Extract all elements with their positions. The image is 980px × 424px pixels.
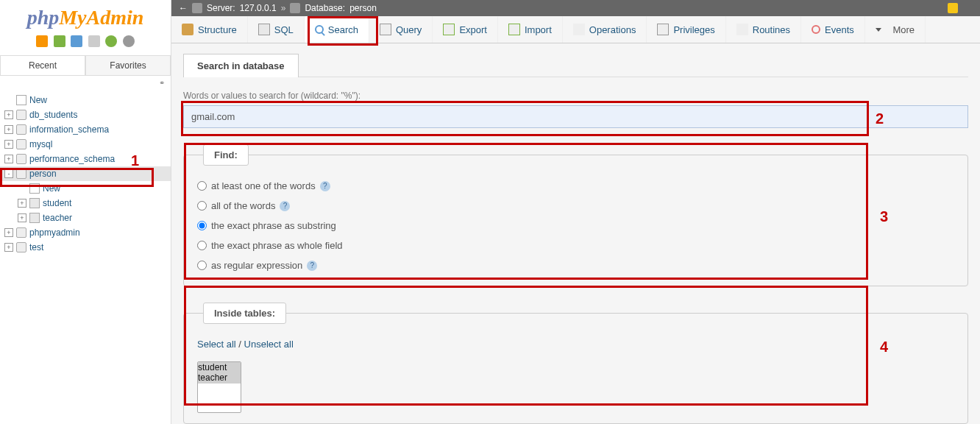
back-icon[interactable]: ← xyxy=(179,3,188,13)
logo-admin: Admin xyxy=(87,6,144,29)
reload-icon[interactable] xyxy=(105,35,117,47)
option-student[interactable]: student xyxy=(198,362,241,372)
tab-export[interactable]: Export xyxy=(433,16,498,43)
tab-recent[interactable]: Recent xyxy=(0,55,85,75)
radio-exact-substring[interactable] xyxy=(197,221,207,230)
search-input[interactable] xyxy=(183,105,968,128)
tab-sql[interactable]: SQL xyxy=(248,16,305,43)
select-all-link[interactable]: Select all xyxy=(197,339,236,350)
query-icon xyxy=(380,24,391,35)
expand-icon[interactable]: + xyxy=(4,228,13,237)
expand-icon[interactable]: + xyxy=(18,213,26,222)
database-icon xyxy=(16,124,26,135)
option-teacher[interactable]: teacher xyxy=(198,372,241,383)
help-icon[interactable]: ? xyxy=(320,181,330,191)
tab-more[interactable]: More xyxy=(865,16,926,43)
tree-test[interactable]: +test xyxy=(0,240,171,255)
bc-server-link[interactable]: 127.0.0.1 xyxy=(240,3,277,13)
expand-icon[interactable]: + xyxy=(4,140,13,149)
tree-phpmyadmin[interactable]: +phpmyadmin xyxy=(0,225,171,240)
tree-new[interactable]: New xyxy=(0,93,171,107)
table-icon xyxy=(29,213,40,223)
database-icon xyxy=(16,154,26,164)
top-tabs: Structure SQL Search Query Export Import… xyxy=(171,16,980,43)
tree-person-new[interactable]: New xyxy=(0,181,171,196)
routines-icon xyxy=(736,24,748,35)
chevron-down-icon xyxy=(876,28,881,32)
tree-teacher[interactable]: +teacher xyxy=(0,211,171,225)
expand-icon[interactable]: + xyxy=(4,125,13,134)
panel-title: Search in database xyxy=(183,54,299,77)
tree-person[interactable]: -person xyxy=(0,166,171,181)
help-icon[interactable]: ? xyxy=(307,261,317,271)
tab-privileges[interactable]: Privileges xyxy=(647,16,725,43)
logo[interactable]: phpMyAdmin xyxy=(0,0,171,32)
table-icon xyxy=(29,198,40,208)
link-icon[interactable]: ⚭ xyxy=(0,76,171,90)
new-icon xyxy=(29,183,40,194)
search-icon xyxy=(315,25,324,34)
expand-icon[interactable]: + xyxy=(4,243,13,252)
collapse-icon[interactable]: - xyxy=(4,169,13,178)
inside-legend: Inside tables: xyxy=(203,303,286,324)
server-icon xyxy=(192,3,202,13)
content: Search in database Words or values to se… xyxy=(171,43,980,424)
expand-icon[interactable]: + xyxy=(4,155,13,163)
words-label: Words or values to search for (wildcard:… xyxy=(183,91,968,101)
tab-import[interactable]: Import xyxy=(498,16,563,43)
structure-icon xyxy=(182,24,193,35)
tree-db-students[interactable]: +db_students xyxy=(0,107,171,122)
tree-performance-schema[interactable]: +performance_schema xyxy=(0,152,171,166)
radio-regex[interactable] xyxy=(197,261,207,270)
radio-exact-whole[interactable] xyxy=(197,241,207,250)
radio-at-least-one[interactable] xyxy=(197,181,207,191)
logo-php: php xyxy=(27,6,60,29)
tab-query[interactable]: Query xyxy=(369,16,433,43)
database-icon xyxy=(290,3,300,13)
database-icon xyxy=(16,242,26,252)
radio-all-words[interactable] xyxy=(197,201,207,211)
tab-favorites[interactable]: Favorites xyxy=(85,55,171,75)
tab-operations[interactable]: Operations xyxy=(563,16,647,43)
db-tree: New +db_students +information_schema +my… xyxy=(0,90,171,258)
privileges-icon xyxy=(657,24,669,35)
database-icon xyxy=(16,139,26,149)
expand-icon[interactable]: + xyxy=(18,199,26,208)
sidebar: phpMyAdmin Recent Favorites ⚭ New +db_st… xyxy=(0,0,171,424)
import-icon xyxy=(508,24,520,35)
settings-icon[interactable] xyxy=(88,35,100,47)
bc-sep: » xyxy=(281,3,286,13)
bc-server-label: Server: xyxy=(207,3,235,13)
new-icon xyxy=(16,95,26,105)
export-icon xyxy=(443,24,455,35)
bc-db-link[interactable]: person xyxy=(349,3,377,13)
find-legend: Find: xyxy=(203,144,249,166)
gear-icon[interactable] xyxy=(123,35,135,47)
star-icon[interactable] xyxy=(962,3,973,13)
main: ← Server: 127.0.0.1 » Database: person S… xyxy=(171,0,980,424)
tab-routines[interactable]: Routines xyxy=(726,16,801,43)
tab-events[interactable]: Events xyxy=(801,16,865,43)
tab-structure[interactable]: Structure xyxy=(171,16,248,43)
find-fieldset: Find: at least one of the words? all of … xyxy=(183,144,968,286)
logo-my: My xyxy=(59,6,86,29)
unselect-all-link[interactable]: Unselect all xyxy=(244,339,294,350)
database-icon xyxy=(16,169,26,179)
database-icon xyxy=(16,110,26,120)
events-icon xyxy=(812,25,820,34)
docs-icon[interactable] xyxy=(71,35,82,47)
tree-student[interactable]: +student xyxy=(0,196,171,211)
logout-icon[interactable] xyxy=(54,35,65,47)
help-icon[interactable]: ? xyxy=(280,201,290,211)
home-icon[interactable] xyxy=(36,35,48,47)
operations-icon xyxy=(573,24,585,35)
bc-db-label: Database: xyxy=(305,3,345,13)
tree-mysql[interactable]: +mysql xyxy=(0,137,171,152)
lock-icon[interactable] xyxy=(948,3,958,13)
expand-icon[interactable]: + xyxy=(4,110,13,119)
sidebar-tabs: Recent Favorites xyxy=(0,55,171,76)
tab-search[interactable]: Search xyxy=(305,16,369,43)
tables-select[interactable]: student teacher xyxy=(197,361,241,413)
tree-information-schema[interactable]: +information_schema xyxy=(0,122,171,137)
sql-icon xyxy=(258,24,270,35)
